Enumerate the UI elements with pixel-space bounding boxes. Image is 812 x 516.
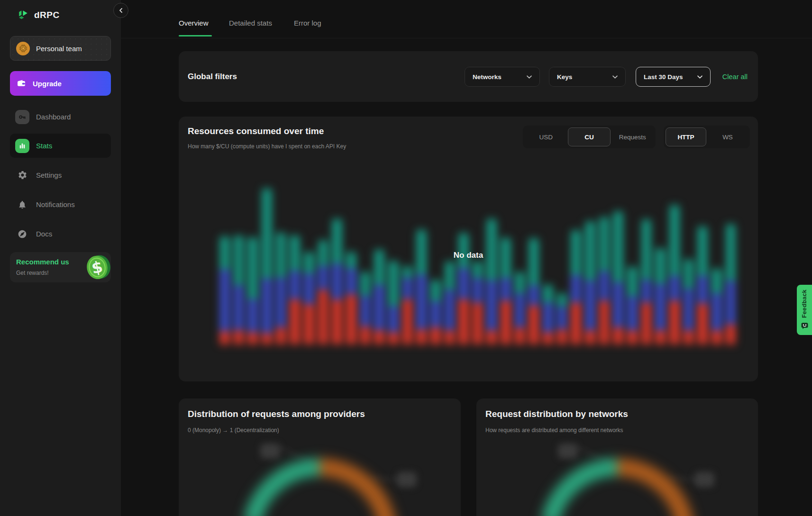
recommend-subtitle: Get rewards!	[16, 270, 49, 276]
drpc-logo-icon	[17, 9, 30, 21]
stacked-bar	[642, 219, 651, 344]
feedback-tab[interactable]: Feedback	[797, 285, 812, 335]
no-data-label: No data	[454, 251, 483, 260]
stacked-bar	[515, 272, 525, 344]
stacked-bar	[276, 233, 286, 344]
resources-subtitle: How many $/CU (compute units) have I spe…	[188, 143, 346, 150]
resources-title: Resources consumed over time	[188, 126, 324, 136]
stacked-bar	[613, 211, 623, 344]
recommend-title: Recommend us	[16, 258, 69, 266]
protocol-toggle-ws[interactable]: WS	[707, 127, 748, 146]
stacked-bar	[698, 226, 707, 344]
period-dropdown-label: Last 30 Days	[644, 73, 683, 81]
donut-label-blob	[397, 472, 417, 487]
clear-all-button[interactable]: Clear all	[722, 73, 748, 81]
stacked-bar	[656, 248, 665, 344]
recommend-card[interactable]: Recommend us Get rewards! $	[10, 252, 111, 282]
protocol-toggle-http[interactable]: HTTP	[666, 127, 706, 146]
sidebar-item-docs[interactable]: Docs	[10, 222, 111, 246]
tab-overview[interactable]: Overview	[179, 19, 209, 27]
stacked-bar	[389, 261, 398, 344]
resources-card: Resources consumed over time How many $/…	[179, 117, 758, 381]
unit-toggle-requests[interactable]: Requests	[611, 127, 654, 146]
chevron-down-icon	[612, 75, 618, 79]
stacked-bar	[220, 236, 229, 344]
stacked-bar	[473, 262, 483, 344]
keys-dropdown[interactable]: Keys	[549, 67, 626, 87]
sidebar-item-dashboard[interactable]: Dashboard	[10, 105, 111, 129]
stacked-bar	[248, 237, 257, 344]
stacked-bar	[374, 250, 384, 344]
stacked-bar	[501, 238, 511, 344]
sidebar-item-notifications[interactable]: Notifications	[10, 192, 111, 217]
sidebar-item-label: Docs	[36, 230, 52, 238]
networks-dropdown[interactable]: Networks	[465, 67, 540, 87]
donut-label-blob	[260, 444, 280, 459]
stacked-bar	[628, 267, 637, 344]
gear-icon	[15, 170, 29, 180]
filters-title: Global filters	[188, 72, 237, 81]
tab-bar: Overview Detailed stats Error log	[121, 0, 812, 38]
donut-ring	[242, 458, 397, 516]
sidebar-item-settings[interactable]: Settings	[10, 163, 111, 187]
unit-toggle-usd[interactable]: USD	[525, 127, 567, 146]
stacked-bar	[417, 230, 426, 344]
tab-detailed-stats[interactable]: Detailed stats	[229, 19, 272, 27]
active-tab-underline	[179, 35, 212, 36]
keys-dropdown-label: Keys	[557, 73, 572, 81]
sidebar-collapse-button[interactable]	[113, 3, 128, 18]
donut-label-blob	[558, 444, 578, 459]
providers-donut-chart	[179, 398, 461, 516]
unit-toggle-cu[interactable]: CU	[568, 127, 610, 146]
stacked-bar	[332, 219, 342, 344]
brand-logo: dRPC	[17, 9, 60, 21]
sidebar-item-label: Stats	[36, 142, 52, 150]
stacked-bar	[543, 285, 553, 344]
sidebar-item-label: Dashboard	[36, 113, 71, 121]
stacked-bar	[487, 219, 496, 344]
donut-label-blob	[694, 472, 714, 487]
sidebar-item-label: Settings	[36, 171, 62, 179]
upgrade-label: Upgrade	[33, 80, 62, 88]
networks-donut-chart	[476, 398, 758, 516]
chevron-left-icon	[119, 8, 123, 13]
stacked-bar	[403, 266, 412, 344]
global-filters-card: Global filters Networks Keys Last 30 Day…	[179, 51, 758, 102]
period-dropdown[interactable]: Last 30 Days	[636, 67, 711, 87]
sidebar-item-label: Notifications	[36, 200, 75, 208]
stacked-bar	[234, 235, 244, 344]
stacked-bar	[726, 224, 736, 344]
compass-icon	[15, 229, 29, 239]
team-selector[interactable]: Personal team	[10, 36, 111, 61]
stacked-bar	[571, 230, 581, 344]
tab-error-log[interactable]: Error log	[294, 19, 321, 27]
stacked-bar	[684, 259, 693, 344]
stacked-bar	[262, 189, 272, 344]
upgrade-button[interactable]: Upgrade	[10, 71, 111, 96]
stacked-bar	[319, 240, 328, 344]
networks-distribution-card: Request distribution by networks How req…	[476, 398, 758, 516]
chevron-down-icon	[527, 75, 532, 79]
key-icon	[15, 110, 29, 124]
donut-ring	[539, 458, 695, 516]
stacked-bar	[585, 221, 595, 344]
stacked-bar	[431, 280, 440, 344]
sidebar-item-stats[interactable]: Stats	[10, 134, 111, 158]
wallet-icon	[17, 79, 26, 88]
stacked-bar	[361, 272, 370, 344]
feedback-label: Feedback	[801, 290, 808, 318]
stacked-bar	[557, 293, 567, 344]
networks-dropdown-label: Networks	[473, 73, 502, 81]
stacked-bar	[670, 205, 679, 344]
stacked-bar	[529, 238, 538, 344]
chevron-down-icon	[697, 75, 703, 79]
team-avatar	[16, 42, 30, 55]
stacked-bar	[290, 235, 300, 344]
chip-icon	[18, 44, 28, 53]
app-root: dRPC Personal team Upgrade	[0, 0, 812, 516]
providers-distribution-card: Distribution of requests among providers…	[179, 398, 461, 516]
stacked-bar	[445, 262, 455, 344]
stacked-bar	[304, 252, 314, 344]
stats-icon	[15, 139, 29, 153]
stacked-bar	[712, 269, 721, 344]
